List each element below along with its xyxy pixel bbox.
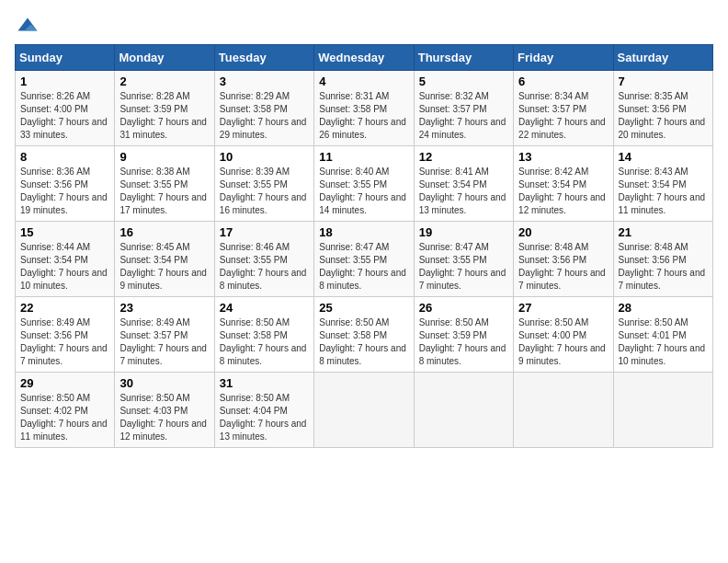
day-cell: 17 Sunrise: 8:46 AMSunset: 3:55 PMDaylig… bbox=[214, 222, 313, 297]
day-cell: 3 Sunrise: 8:29 AMSunset: 3:58 PMDayligh… bbox=[214, 71, 313, 146]
day-info: Sunrise: 8:50 AMSunset: 4:02 PMDaylight:… bbox=[20, 393, 108, 442]
header-wednesday: Wednesday bbox=[314, 45, 414, 71]
day-number: 30 bbox=[119, 376, 209, 390]
week-row-4: 29 Sunrise: 8:50 AMSunset: 4:02 PMDaylig… bbox=[16, 373, 713, 448]
day-info: Sunrise: 8:26 AMSunset: 4:00 PMDaylight:… bbox=[20, 91, 108, 140]
day-info: Sunrise: 8:34 AMSunset: 3:57 PMDaylight:… bbox=[518, 91, 606, 140]
day-cell: 18 Sunrise: 8:47 AMSunset: 3:55 PMDaylig… bbox=[314, 222, 414, 297]
day-info: Sunrise: 8:41 AMSunset: 3:54 PMDaylight:… bbox=[419, 167, 506, 215]
header-thursday: Thursday bbox=[414, 45, 513, 71]
logo-icon bbox=[15, 15, 40, 40]
day-cell: 19 Sunrise: 8:47 AMSunset: 3:55 PMDaylig… bbox=[414, 222, 513, 297]
calendar-body: 1 Sunrise: 8:26 AMSunset: 4:00 PMDayligh… bbox=[16, 71, 713, 448]
day-number: 25 bbox=[319, 301, 408, 315]
day-number: 31 bbox=[220, 376, 309, 390]
day-info: Sunrise: 8:48 AMSunset: 3:56 PMDaylight:… bbox=[619, 242, 706, 291]
day-number: 7 bbox=[619, 75, 708, 88]
day-info: Sunrise: 8:46 AMSunset: 3:55 PMDaylight:… bbox=[220, 242, 307, 291]
day-cell: 6 Sunrise: 8:34 AMSunset: 3:57 PMDayligh… bbox=[514, 71, 613, 146]
day-cell: 11 Sunrise: 8:40 AMSunset: 3:55 PMDaylig… bbox=[314, 146, 414, 222]
day-cell: 9 Sunrise: 8:38 AMSunset: 3:55 PMDayligh… bbox=[115, 146, 214, 222]
day-number: 16 bbox=[119, 225, 209, 239]
day-number: 14 bbox=[619, 150, 708, 164]
day-cell bbox=[514, 373, 613, 448]
day-info: Sunrise: 8:43 AMSunset: 3:54 PMDaylight:… bbox=[619, 167, 706, 215]
day-number: 19 bbox=[419, 225, 508, 239]
week-row-2: 15 Sunrise: 8:44 AMSunset: 3:54 PMDaylig… bbox=[16, 222, 713, 297]
day-cell: 12 Sunrise: 8:41 AMSunset: 3:54 PMDaylig… bbox=[414, 146, 513, 222]
day-number: 29 bbox=[20, 376, 109, 390]
day-cell: 10 Sunrise: 8:39 AMSunset: 3:55 PMDaylig… bbox=[214, 146, 313, 222]
day-number: 28 bbox=[619, 301, 708, 315]
day-info: Sunrise: 8:47 AMSunset: 3:55 PMDaylight:… bbox=[319, 242, 406, 291]
day-cell: 25 Sunrise: 8:50 AMSunset: 3:58 PMDaylig… bbox=[314, 297, 414, 373]
week-row-3: 22 Sunrise: 8:49 AMSunset: 3:56 PMDaylig… bbox=[16, 297, 713, 373]
day-info: Sunrise: 8:40 AMSunset: 3:55 PMDaylight:… bbox=[319, 167, 406, 215]
day-cell: 4 Sunrise: 8:31 AMSunset: 3:58 PMDayligh… bbox=[314, 71, 414, 146]
logo bbox=[15, 15, 44, 40]
day-number: 23 bbox=[119, 301, 209, 315]
day-cell: 29 Sunrise: 8:50 AMSunset: 4:02 PMDaylig… bbox=[16, 373, 115, 448]
day-number: 6 bbox=[518, 75, 608, 88]
day-info: Sunrise: 8:50 AMSunset: 4:03 PMDaylight:… bbox=[119, 393, 207, 442]
day-number: 20 bbox=[518, 225, 608, 239]
day-cell: 31 Sunrise: 8:50 AMSunset: 4:04 PMDaylig… bbox=[214, 373, 313, 448]
day-cell: 28 Sunrise: 8:50 AMSunset: 4:01 PMDaylig… bbox=[613, 297, 712, 373]
day-number: 22 bbox=[20, 301, 109, 315]
day-cell: 21 Sunrise: 8:48 AMSunset: 3:56 PMDaylig… bbox=[613, 222, 712, 297]
day-cell: 30 Sunrise: 8:50 AMSunset: 4:03 PMDaylig… bbox=[115, 373, 214, 448]
day-number: 17 bbox=[220, 225, 309, 239]
day-info: Sunrise: 8:38 AMSunset: 3:55 PMDaylight:… bbox=[119, 167, 207, 215]
day-cell: 7 Sunrise: 8:35 AMSunset: 3:56 PMDayligh… bbox=[613, 71, 712, 146]
day-info: Sunrise: 8:48 AMSunset: 3:56 PMDaylight:… bbox=[518, 242, 606, 291]
day-cell: 24 Sunrise: 8:50 AMSunset: 3:58 PMDaylig… bbox=[214, 297, 313, 373]
day-info: Sunrise: 8:35 AMSunset: 3:56 PMDaylight:… bbox=[619, 91, 706, 140]
day-info: Sunrise: 8:44 AMSunset: 3:54 PMDaylight:… bbox=[20, 242, 108, 291]
day-info: Sunrise: 8:49 AMSunset: 3:56 PMDaylight:… bbox=[20, 317, 108, 366]
day-cell: 1 Sunrise: 8:26 AMSunset: 4:00 PMDayligh… bbox=[16, 71, 115, 146]
day-number: 3 bbox=[220, 75, 309, 88]
day-cell bbox=[613, 373, 712, 448]
day-info: Sunrise: 8:50 AMSunset: 4:01 PMDaylight:… bbox=[619, 317, 706, 366]
day-cell: 20 Sunrise: 8:48 AMSunset: 3:56 PMDaylig… bbox=[514, 222, 613, 297]
day-number: 4 bbox=[319, 75, 408, 88]
day-info: Sunrise: 8:50 AMSunset: 4:04 PMDaylight:… bbox=[220, 393, 307, 442]
header-sunday: Sunday bbox=[16, 45, 115, 71]
day-cell bbox=[314, 373, 414, 448]
week-row-0: 1 Sunrise: 8:26 AMSunset: 4:00 PMDayligh… bbox=[16, 71, 713, 146]
day-number: 5 bbox=[419, 75, 508, 88]
day-cell bbox=[414, 373, 513, 448]
day-number: 10 bbox=[220, 150, 309, 164]
day-number: 2 bbox=[119, 75, 209, 88]
day-info: Sunrise: 8:39 AMSunset: 3:55 PMDaylight:… bbox=[220, 167, 307, 215]
day-number: 27 bbox=[518, 301, 608, 315]
day-info: Sunrise: 8:50 AMSunset: 3:58 PMDaylight:… bbox=[319, 317, 406, 366]
day-number: 1 bbox=[20, 75, 109, 88]
day-cell: 23 Sunrise: 8:49 AMSunset: 3:57 PMDaylig… bbox=[115, 297, 214, 373]
day-cell: 16 Sunrise: 8:45 AMSunset: 3:54 PMDaylig… bbox=[115, 222, 214, 297]
day-info: Sunrise: 8:31 AMSunset: 3:58 PMDaylight:… bbox=[319, 91, 406, 140]
header-tuesday: Tuesday bbox=[214, 45, 313, 71]
page-header bbox=[15, 15, 713, 40]
day-number: 26 bbox=[419, 301, 508, 315]
day-number: 21 bbox=[619, 225, 708, 239]
header-saturday: Saturday bbox=[613, 45, 712, 71]
day-info: Sunrise: 8:29 AMSunset: 3:58 PMDaylight:… bbox=[220, 91, 307, 140]
calendar-header-row: SundayMondayTuesdayWednesdayThursdayFrid… bbox=[16, 45, 713, 71]
day-info: Sunrise: 8:50 AMSunset: 4:00 PMDaylight:… bbox=[518, 317, 606, 366]
day-info: Sunrise: 8:49 AMSunset: 3:57 PMDaylight:… bbox=[119, 317, 207, 366]
day-info: Sunrise: 8:32 AMSunset: 3:57 PMDaylight:… bbox=[419, 91, 506, 140]
day-info: Sunrise: 8:28 AMSunset: 3:59 PMDaylight:… bbox=[119, 91, 207, 140]
day-info: Sunrise: 8:45 AMSunset: 3:54 PMDaylight:… bbox=[119, 242, 207, 291]
week-row-1: 8 Sunrise: 8:36 AMSunset: 3:56 PMDayligh… bbox=[16, 146, 713, 222]
day-cell: 2 Sunrise: 8:28 AMSunset: 3:59 PMDayligh… bbox=[115, 71, 214, 146]
day-cell: 8 Sunrise: 8:36 AMSunset: 3:56 PMDayligh… bbox=[16, 146, 115, 222]
day-cell: 14 Sunrise: 8:43 AMSunset: 3:54 PMDaylig… bbox=[613, 146, 712, 222]
day-cell: 15 Sunrise: 8:44 AMSunset: 3:54 PMDaylig… bbox=[16, 222, 115, 297]
header-friday: Friday bbox=[514, 45, 613, 71]
day-cell: 26 Sunrise: 8:50 AMSunset: 3:59 PMDaylig… bbox=[414, 297, 513, 373]
day-cell: 5 Sunrise: 8:32 AMSunset: 3:57 PMDayligh… bbox=[414, 71, 513, 146]
day-number: 24 bbox=[220, 301, 309, 315]
day-number: 8 bbox=[20, 150, 109, 164]
day-number: 15 bbox=[20, 225, 109, 239]
